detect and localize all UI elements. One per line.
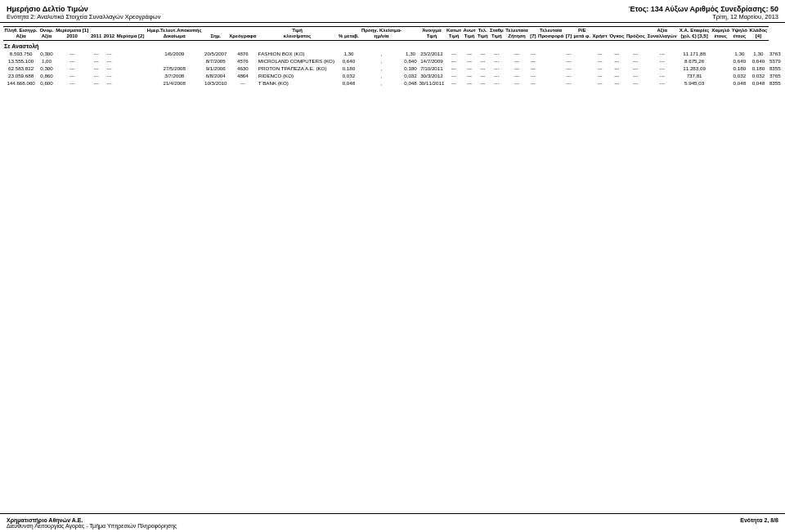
cell-3: --- [90,50,103,57]
cell-23: --- [591,72,608,79]
page-header: Ημερήσιο Δελτίο Τιμών Ενότητα 2: Αναλυτι… [0,0,785,23]
cell-20 [537,57,565,65]
col-xamilo: Χαμηλόέτους [711,27,731,41]
main-content: Πληθ. Εισηγρ.Αξία Ονομ.Αξία Μερίσματα [1… [0,23,785,87]
cell-26: --- [646,79,678,87]
cell-17: --- [489,65,505,72]
cell-29: 0,048 [731,79,749,87]
cell-15: --- [462,65,476,72]
table-body: Σε Αναστολή 8.593.7500,300---------1/6/2… [3,41,782,87]
cell-0: 144.668.060 [3,79,38,87]
col-m2010: Μερίσματα [1]2010 [55,27,90,41]
cell-22 [572,79,591,87]
cell-6: 21/4/2008 [146,79,204,87]
cell-16: --- [477,65,489,72]
col-anoigma: ΆνοιγμαΤιμή [418,27,446,41]
header-right: Έτος: 134 Αύξων Αριθμός Συνεδρίασης: 50 … [629,5,778,20]
cell-24: --- [608,79,626,87]
col-zit: ΤελευταίαΖήτηση [505,27,529,41]
cell-28 [711,72,731,79]
cell-26: --- [646,57,678,65]
footer-left: Χρηματιστήριο Αθηνών Α.Ε. Διεύθυνση Λειτ… [7,517,177,529]
cell-1: 0,300 [38,50,55,57]
cell-18: --- [505,57,529,65]
cell-2: --- [55,57,90,65]
cell-28 [711,50,731,57]
col-name: Χρεόγραφα [228,27,258,41]
cell-25: --- [626,79,646,87]
cell-24: --- [608,65,626,72]
cell-28 [711,79,731,87]
cell-7: 20/5/2007 [204,50,228,57]
cell-30: 0,180 [748,65,768,72]
cell-9: FASHION BOX (KO) [258,50,338,57]
cell-13: 7/10/2011 [418,65,446,72]
cell-7: 6/8/2004 [204,72,228,79]
footer-company: Χρηματιστήριο Αθηνών Α.Ε. [7,517,177,523]
cell-24: --- [608,57,626,65]
cell-3: --- [90,65,103,72]
cell-12: 0,048 [403,79,418,87]
cell-11: , [360,72,403,79]
cell-0: 62.583.822 [3,65,38,72]
cell-1: 0,600 [38,79,55,87]
cell-19: --- [529,79,537,87]
col-proig: Προηγ. Κλείσιμα-ημ/νία [360,27,403,41]
col-prozios: Πρόζιος [626,27,646,41]
cell-14: --- [446,72,463,79]
cell-30: 1,30 [748,50,768,57]
cell-4: --- [103,50,116,57]
cell-2: --- [55,50,90,57]
cell-16: --- [477,50,489,57]
cell-5 [115,65,146,72]
cell-1: 0,300 [38,65,55,72]
col-ogkos: Όγκος [608,27,626,41]
col-onom: Ονομ.Αξία [38,27,55,41]
cell-3: --- [90,57,103,65]
cell-26: --- [646,50,678,57]
cell-17: --- [489,50,505,57]
cell-3: --- [90,72,103,79]
cell-29: 0,180 [731,65,749,72]
cell-17: --- [489,79,505,87]
cell-7: 9/1/2006 [204,65,228,72]
col-katot: ΚατωτΤιμή [446,27,463,41]
cell-29: 1,30 [731,50,749,57]
main-title: Ημερήσιο Δελτίο Τιμών [7,5,160,13]
cell-12: 0,032 [403,72,418,79]
col-stathm: ΣταθμΤιμή [489,27,505,41]
header-left: Ημερήσιο Δελτίο Τιμών Ενότητα 2: Αναλυτι… [7,5,160,20]
cell-10: 1,30 [338,50,361,57]
cell-11: , [360,65,403,72]
cell-22 [572,72,591,79]
cell-21: --- [565,72,573,79]
col-anot: ΑνωτΤιμή [462,27,476,41]
cell-7: 8/7/2005 [204,57,228,65]
col-etairies: Χ.Α. Εταιρίες(χιλ. €) [3,5] [678,27,711,41]
cell-6: 27/5/2008 [146,65,204,72]
col-meta: % μεταβ. [338,27,361,41]
cell-25: --- [626,50,646,57]
col-proig-hm [403,27,418,41]
cell-31: 3765 [769,72,782,79]
cell-30: 0,048 [748,79,768,87]
cell-5 [115,57,146,65]
cell-20 [537,79,565,87]
col-plithos: Πληθ. Εισηγρ.Αξία [3,27,38,41]
cell-12: 1,30 [403,50,418,57]
cell-20 [537,72,565,79]
cell-8: 4630 [228,65,258,72]
cell-13: 23/2/2012 [418,50,446,57]
cell-0: 8.593.750 [3,50,38,57]
cell-5 [115,79,146,87]
cell-11: , [360,57,403,65]
table-row: 144.668.0600,600---------21/4/200810/3/2… [3,79,782,87]
cell-9: RIDENCO (KO) [258,72,338,79]
table-header-row: Πληθ. Εισηγρ.Αξία Ονομ.Αξία Μερίσματα [1… [3,27,782,41]
cell-19: --- [529,72,537,79]
cell-6 [146,57,204,65]
cell-3: --- [90,79,103,87]
cell-29: 0,640 [731,57,749,65]
cell-13: 30/3/2012 [418,72,446,79]
cell-8: 4864 [228,72,258,79]
